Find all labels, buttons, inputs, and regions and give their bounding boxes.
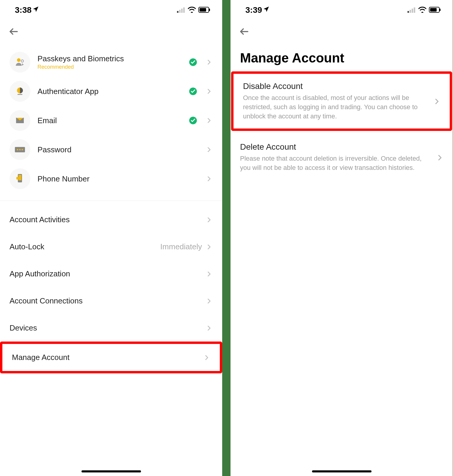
item-label: Delete Account xyxy=(240,142,433,152)
item-label: Disable Account xyxy=(243,82,430,91)
phone-icon xyxy=(10,168,30,189)
svg-rect-27 xyxy=(430,8,437,12)
svg-point-15 xyxy=(17,149,18,151)
item-label: Devices xyxy=(10,323,37,333)
back-button[interactable] xyxy=(0,18,222,42)
chevron-right-icon xyxy=(207,89,213,94)
item-account-activities[interactable]: Account Activities xyxy=(0,206,222,233)
item-passkeys-biometrics[interactable]: Passkeys and Biometrics Recommended xyxy=(0,48,222,77)
svg-point-16 xyxy=(19,149,21,151)
home-indicator[interactable] xyxy=(81,470,141,472)
item-account-connections[interactable]: Account Connections xyxy=(0,287,222,314)
item-label: Auto-Lock xyxy=(10,242,44,251)
page-title: Manage Account xyxy=(231,42,453,71)
location-arrow-icon xyxy=(32,5,39,15)
svg-rect-22 xyxy=(410,10,411,13)
phone-manage-account: 3:39 Manage Account Disable Account Once… xyxy=(231,0,453,476)
passkey-icon xyxy=(10,52,30,73)
item-authenticator-app[interactable]: Authenticator App xyxy=(0,77,222,106)
svg-rect-21 xyxy=(407,11,409,13)
battery-icon xyxy=(429,5,441,15)
svg-rect-26 xyxy=(440,9,441,11)
chevron-right-icon xyxy=(438,155,443,160)
item-label: Manage Account xyxy=(12,353,70,362)
chevron-right-icon xyxy=(207,176,213,181)
item-label: App Authorization xyxy=(10,269,70,278)
chevron-right-icon xyxy=(207,325,213,331)
wifi-icon xyxy=(418,5,427,15)
chevron-right-icon xyxy=(207,217,213,223)
chevron-right-icon xyxy=(207,244,213,250)
wifi-icon xyxy=(188,5,196,15)
item-app-authorization[interactable]: App Authorization xyxy=(0,260,222,287)
authenticator-icon xyxy=(10,81,30,102)
item-label: Password xyxy=(37,145,200,154)
item-manage-account[interactable]: Manage Account xyxy=(0,342,222,373)
item-label: Account Connections xyxy=(10,296,83,306)
svg-rect-6 xyxy=(200,8,206,12)
phone-settings: 3:38 Passkeys and Biometrics Recommended xyxy=(0,0,222,476)
item-label: Email xyxy=(37,116,182,125)
item-label: Account Activities xyxy=(10,215,70,224)
signal-icon xyxy=(177,5,185,15)
chevron-right-icon xyxy=(207,147,213,152)
check-icon xyxy=(189,116,197,125)
item-description: Once the account is disabled, most of yo… xyxy=(243,93,430,121)
svg-rect-23 xyxy=(412,9,413,13)
chevron-right-icon xyxy=(207,118,213,123)
svg-rect-5 xyxy=(209,9,210,11)
check-icon xyxy=(189,87,197,95)
svg-rect-10 xyxy=(18,94,22,95)
status-time: 3:38 xyxy=(15,5,32,15)
item-delete-account[interactable]: Delete Account Please note that account … xyxy=(231,134,453,180)
chevron-right-icon xyxy=(207,271,213,277)
svg-rect-3 xyxy=(183,7,185,13)
svg-point-7 xyxy=(17,58,21,62)
chevron-right-icon xyxy=(435,98,440,104)
item-label: Authenticator App xyxy=(37,87,182,96)
chevron-right-icon xyxy=(207,298,213,304)
item-description: Please note that account deletion is irr… xyxy=(240,154,433,173)
home-indicator[interactable] xyxy=(312,470,372,472)
battery-icon xyxy=(198,5,210,15)
svg-point-17 xyxy=(22,149,23,151)
chevron-right-icon xyxy=(207,60,213,65)
status-bar: 3:38 xyxy=(0,0,222,18)
svg-rect-0 xyxy=(177,11,178,13)
password-icon xyxy=(10,139,30,160)
svg-rect-24 xyxy=(414,7,415,13)
svg-rect-20 xyxy=(16,177,19,179)
chevron-right-icon xyxy=(205,355,210,360)
item-email[interactable]: Email xyxy=(0,106,222,135)
back-button[interactable] xyxy=(231,18,453,42)
item-password[interactable]: Password xyxy=(0,135,222,164)
status-time: 3:39 xyxy=(245,5,262,15)
check-icon xyxy=(189,58,197,66)
item-sublabel: Recommended xyxy=(37,64,182,70)
email-icon xyxy=(10,110,30,131)
security-methods-list: Passkeys and Biometrics Recommended Auth… xyxy=(0,42,222,193)
svg-rect-1 xyxy=(179,10,181,13)
item-label: Passkeys and Biometrics xyxy=(37,54,182,63)
item-devices[interactable]: Devices xyxy=(0,314,222,342)
item-auto-lock[interactable]: Auto-Lock Immediately xyxy=(0,233,222,260)
item-value: Immediately xyxy=(160,242,202,251)
location-arrow-icon xyxy=(263,5,270,15)
item-disable-account[interactable]: Disable Account Once the account is disa… xyxy=(231,71,452,131)
svg-rect-2 xyxy=(181,9,183,13)
item-phone-number[interactable]: Phone Number xyxy=(0,164,222,193)
settings-list: Account Activities Auto-Lock Immediately… xyxy=(0,201,222,373)
signal-icon xyxy=(407,5,416,15)
item-label: Phone Number xyxy=(37,174,200,184)
status-bar: 3:39 xyxy=(231,0,453,18)
